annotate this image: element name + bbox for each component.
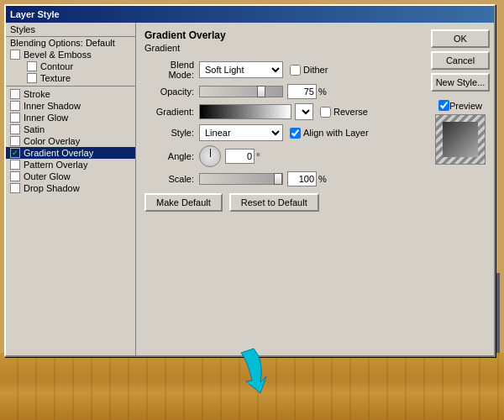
- style-item-drop-shadow[interactable]: Drop Shadow: [6, 182, 135, 194]
- angle-value-input[interactable]: 0: [225, 149, 255, 164]
- style-item-inner-glow[interactable]: Inner Glow: [6, 112, 135, 123]
- cancel-button[interactable]: Cancel: [431, 51, 490, 70]
- styles-panel-title: Styles: [6, 23, 135, 37]
- dither-checkbox-label[interactable]: Dither: [290, 65, 328, 76]
- gradient-row: Gradient: ▼ Reverse: [144, 103, 418, 120]
- inner-shadow-label: Inner Shadow: [24, 101, 81, 111]
- preview-inner: [443, 122, 478, 157]
- style-item-contour[interactable]: Contour: [6, 60, 135, 72]
- opacity-slider-container: 75 %: [199, 84, 327, 99]
- scale-slider-container: 100 %: [199, 171, 327, 186]
- color-overlay-label: Color Overlay: [24, 136, 80, 146]
- blend-mode-select[interactable]: Soft Light Normal Multiply: [199, 61, 283, 78]
- inner-glow-checkbox[interactable]: [10, 113, 20, 123]
- angle-row: Angle: 0 °: [144, 145, 418, 167]
- opacity-slider-thumb[interactable]: [257, 86, 265, 97]
- texture-label: Texture: [40, 73, 71, 83]
- drop-shadow-checkbox[interactable]: [10, 183, 20, 193]
- satin-label: Satin: [24, 124, 45, 134]
- style-select[interactable]: Linear Radial Angle: [199, 124, 283, 141]
- angle-label: Angle:: [144, 151, 199, 161]
- texture-checkbox[interactable]: [27, 73, 37, 83]
- contour-checkbox[interactable]: [27, 61, 37, 71]
- contour-label: Contour: [40, 61, 73, 71]
- scale-slider[interactable]: [199, 173, 283, 185]
- separator-1: [6, 86, 135, 87]
- bevel-label: Bevel & Emboss: [24, 50, 92, 60]
- angle-dial[interactable]: [199, 145, 221, 167]
- style-item-blending[interactable]: Blending Options: Default: [6, 37, 135, 49]
- satin-checkbox[interactable]: [10, 124, 20, 134]
- reverse-checkbox[interactable]: [320, 107, 331, 118]
- action-buttons-panel: OK Cancel New Style... Preview: [427, 23, 494, 355]
- outer-glow-checkbox[interactable]: [10, 171, 20, 181]
- stroke-label: Stroke: [24, 89, 50, 99]
- make-default-button[interactable]: Make Default: [144, 193, 223, 212]
- dialog-content: Styles Blending Options: Default Bevel &…: [6, 23, 494, 355]
- dither-checkbox[interactable]: [290, 65, 301, 76]
- inner-glow-label: Inner Glow: [24, 113, 68, 123]
- align-checkbox-label[interactable]: Align with Layer: [290, 128, 369, 139]
- stroke-checkbox[interactable]: [10, 89, 20, 99]
- bottom-buttons-row: Make Default Reset to Default: [144, 193, 418, 212]
- style-item-texture[interactable]: Texture: [6, 72, 135, 84]
- degree-symbol: °: [256, 151, 260, 161]
- preview-section: Preview: [431, 98, 490, 168]
- align-checkbox[interactable]: [290, 128, 301, 139]
- gradient-overlay-checkbox[interactable]: ✓: [10, 148, 20, 158]
- blending-label: Blending Options: Default: [10, 38, 115, 48]
- title-text: Layer Style: [10, 9, 60, 19]
- opacity-percent: %: [318, 87, 327, 97]
- align-label: Align with Layer: [303, 128, 369, 138]
- outer-glow-label: Outer Glow: [24, 171, 71, 181]
- blend-mode-row: Blend Mode: Soft Light Normal Multiply D…: [144, 60, 418, 80]
- color-overlay-checkbox[interactable]: [10, 136, 20, 146]
- drop-shadow-label: Drop Shadow: [24, 183, 80, 193]
- style-item-color-overlay[interactable]: Color Overlay: [6, 135, 135, 147]
- opacity-row: Opacity: 75 %: [144, 84, 418, 99]
- reverse-label: Reverse: [333, 107, 368, 117]
- opacity-value-input[interactable]: 75: [287, 84, 317, 99]
- style-item-inner-shadow[interactable]: Inner Shadow: [6, 100, 135, 112]
- scale-row: Scale: 100 %: [144, 171, 418, 186]
- styles-panel: Styles Blending Options: Default Bevel &…: [6, 23, 136, 355]
- preview-checkbox[interactable]: [438, 100, 449, 111]
- angle-dial-line: [210, 149, 211, 157]
- gradient-overlay-panel: Gradient Overlay Gradient Blend Mode: So…: [136, 23, 427, 355]
- style-item-outer-glow[interactable]: Outer Glow: [6, 171, 135, 182]
- scale-label: Scale:: [144, 174, 199, 184]
- pattern-overlay-label: Pattern Overlay: [24, 160, 87, 170]
- gradient-subtitle: Gradient: [144, 43, 418, 53]
- scale-slider-thumb[interactable]: [274, 173, 282, 185]
- style-item-gradient-overlay[interactable]: ✓ Gradient Overlay: [6, 147, 135, 159]
- bevel-checkbox[interactable]: [10, 50, 20, 60]
- blend-mode-label: Blend Mode:: [144, 60, 199, 80]
- pattern-overlay-checkbox[interactable]: [10, 160, 20, 170]
- dither-label: Dither: [303, 65, 328, 75]
- style-item-stroke[interactable]: Stroke: [6, 88, 135, 100]
- style-item-pattern-overlay[interactable]: Pattern Overlay: [6, 159, 135, 171]
- opacity-slider[interactable]: [199, 86, 283, 97]
- angle-container: 0 °: [199, 145, 260, 167]
- style-item-satin[interactable]: Satin: [6, 123, 135, 135]
- layer-style-dialog: Layer Style Styles Blending Options: Def…: [4, 4, 496, 357]
- new-style-button[interactable]: New Style...: [431, 73, 490, 92]
- title-bar: Layer Style: [6, 6, 494, 23]
- reverse-checkbox-label[interactable]: Reverse: [320, 107, 368, 118]
- style-label: Style:: [144, 128, 199, 138]
- gradient-label: Gradient:: [144, 107, 199, 117]
- styles-list: Blending Options: Default Bevel & Emboss…: [6, 37, 135, 355]
- gradient-overlay-label: Gradient Overlay: [24, 148, 93, 158]
- ok-button[interactable]: OK: [431, 29, 490, 48]
- style-item-bevel[interactable]: Bevel & Emboss: [6, 49, 135, 60]
- preview-checkbox-container[interactable]: Preview: [431, 100, 490, 111]
- gradient-preview[interactable]: [199, 104, 291, 119]
- preview-box: [435, 114, 486, 165]
- gradient-overlay-title: Gradient Overlay: [144, 29, 418, 41]
- scale-value-input[interactable]: 100: [287, 171, 317, 186]
- opacity-label: Opacity:: [144, 87, 199, 97]
- inner-shadow-checkbox[interactable]: [10, 101, 20, 111]
- reset-default-button[interactable]: Reset to Default: [229, 193, 319, 212]
- style-row: Style: Linear Radial Angle Align with La…: [144, 124, 418, 141]
- gradient-dropdown[interactable]: ▼: [295, 103, 313, 120]
